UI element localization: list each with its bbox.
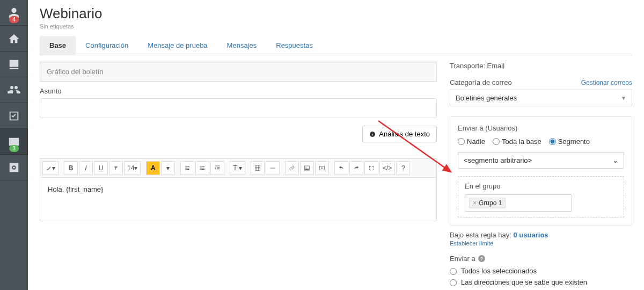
tab-base[interactable]: Base <box>40 36 76 55</box>
rich-text-editor: ▾ B I U 14▾ A ▾ <box>40 158 437 221</box>
sidebar-item-mail[interactable]: 3 <box>0 129 28 155</box>
chevron-down-icon: ⌄ <box>612 156 618 164</box>
mail-badge: 3 <box>9 145 19 152</box>
radio-all-base[interactable]: Toda la base <box>493 137 541 146</box>
group-chip[interactable]: × Grupo 1 <box>469 198 506 208</box>
rule-count-link[interactable]: 0 usuarios <box>514 231 548 239</box>
tb-heading[interactable]: T!▾ <box>230 161 245 175</box>
rule-count-info: Bajo esta regla hay: 0 usuarios <box>450 231 632 239</box>
tab-messages[interactable]: Mensajes <box>217 36 267 55</box>
tb-hr[interactable] <box>266 161 280 175</box>
tb-underline[interactable]: U <box>94 161 108 175</box>
audience-title: Enviar a (Usuarios) <box>458 124 624 132</box>
svg-rect-2 <box>372 133 373 133</box>
group-filter-box: En el grupo × Grupo 1 <box>458 176 624 218</box>
page-title: Webinario <box>40 5 632 22</box>
svg-rect-1 <box>372 134 373 136</box>
newsletter-graphic-input[interactable]: Gráfico del boletín <box>40 62 437 82</box>
category-label: Categoría de correo <box>450 78 512 86</box>
info-icon <box>369 131 376 137</box>
subject-label: Asunto <box>40 87 437 95</box>
transport-label: Transporte: Email <box>450 62 632 70</box>
tb-italic[interactable]: I <box>79 161 93 175</box>
tab-config[interactable]: Configuración <box>76 36 138 55</box>
sidebar-item-users[interactable] <box>0 77 28 103</box>
tb-redo[interactable] <box>349 161 363 175</box>
radio-none[interactable]: Nadie <box>458 137 485 146</box>
svg-rect-3 <box>270 168 275 169</box>
help-icon[interactable]: ? <box>478 255 485 262</box>
tb-link[interactable] <box>285 161 299 175</box>
tb-font-size[interactable]: 14▾ <box>124 161 141 175</box>
tb-table[interactable] <box>251 161 265 175</box>
sidebar-item-analytics[interactable] <box>0 52 28 77</box>
tb-code[interactable]: </> <box>379 161 395 175</box>
manage-mails-link[interactable]: Gestionar correos <box>581 79 632 86</box>
tb-text-color[interactable]: A <box>146 161 160 175</box>
tab-responses[interactable]: Respuestas <box>266 36 323 55</box>
radio-segment[interactable]: Segmento <box>549 137 590 146</box>
radio-all-selected[interactable] <box>450 268 457 275</box>
tb-undo[interactable] <box>334 161 348 175</box>
tb-clear-format[interactable] <box>109 161 123 175</box>
sidebar-item-home[interactable] <box>0 26 28 52</box>
tabs: Base Configuración Mensaje de prueba Men… <box>40 36 632 55</box>
segment-select[interactable]: <segmento arbitrario> ⌄ <box>458 152 624 169</box>
chip-remove-icon[interactable]: × <box>473 199 477 207</box>
tb-fullscreen[interactable] <box>364 161 378 175</box>
sidebar-item-tasks[interactable] <box>0 103 28 129</box>
svg-point-5 <box>305 167 306 168</box>
tb-list-ul[interactable] <box>180 161 194 175</box>
tb-color-dropdown[interactable]: ▾ <box>161 161 175 175</box>
tab-test-message[interactable]: Mensaje de prueba <box>138 36 217 55</box>
send-to-label: Enviar a <box>450 255 475 263</box>
page-subtitle: Sin etiquetas <box>40 23 632 30</box>
sidebar: 4 3 <box>0 0 28 290</box>
editor-body[interactable]: Hola, {first_name} <box>40 178 436 221</box>
tb-indent[interactable] <box>210 161 224 175</box>
profile-badge: 4 <box>9 16 19 23</box>
group-filter-title: En el grupo <box>465 182 617 190</box>
set-limit-link[interactable]: Establecer límite <box>450 240 493 247</box>
sidebar-item-profile[interactable]: 4 <box>0 0 28 26</box>
category-select[interactable]: Boletines generales ▼ <box>450 90 632 106</box>
radio-known-addresses[interactable] <box>450 279 457 286</box>
main-content: Webinario Sin etiquetas Base Configuraci… <box>28 0 644 290</box>
tb-list-ol[interactable] <box>195 161 209 175</box>
group-tag-input[interactable]: × Grupo 1 <box>465 194 572 212</box>
editor-toolbar: ▾ B I U 14▾ A ▾ <box>40 159 436 178</box>
tb-image[interactable] <box>300 161 314 175</box>
tb-magic[interactable]: ▾ <box>42 161 58 175</box>
audience-panel: Enviar a (Usuarios) Nadie Toda la base S… <box>450 116 632 226</box>
subject-input[interactable] <box>40 98 437 118</box>
tb-video[interactable] <box>315 161 329 175</box>
text-analysis-button[interactable]: Análisis de texto <box>362 126 437 142</box>
tb-help[interactable]: ? <box>396 161 410 175</box>
sidebar-item-settings[interactable] <box>0 155 28 180</box>
tb-bold[interactable]: B <box>64 161 78 175</box>
caret-down-icon: ▼ <box>621 95 626 101</box>
